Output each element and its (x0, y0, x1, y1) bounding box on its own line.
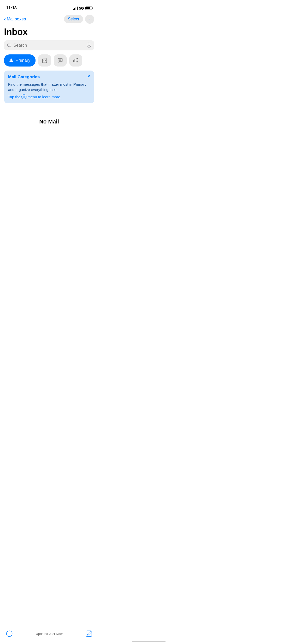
no-mail-label: No Mail (0, 108, 98, 135)
back-chevron-icon: ‹ (4, 16, 6, 22)
signal-bars-icon (73, 7, 78, 10)
nav-actions: Select ··· (64, 15, 94, 24)
banner-close-button[interactable]: ✕ (87, 74, 91, 79)
tab-primary[interactable]: Primary (4, 54, 36, 67)
search-icon (7, 43, 11, 48)
page-title: Inbox (4, 27, 94, 37)
status-icons: 5G (73, 6, 92, 10)
tab-shopping[interactable] (38, 54, 51, 67)
megaphone-icon (73, 58, 79, 63)
status-bar: 11:18 5G (0, 0, 98, 13)
page-title-section: Inbox (0, 26, 98, 40)
tab-primary-label: Primary (16, 58, 30, 63)
person-icon (9, 58, 14, 63)
banner-body: Find the messages that matter most in Pr… (8, 82, 90, 92)
signal-text: 5G (79, 6, 84, 10)
search-bar[interactable] (4, 40, 94, 50)
banner-tap-prefix: Tap the (8, 95, 20, 99)
banner-title: Mail Categories (8, 75, 90, 80)
battery-icon (85, 7, 92, 10)
svg-line-1 (10, 46, 11, 47)
back-button[interactable]: ‹ Mailboxes (4, 16, 26, 22)
banner-tap-line: Tap the ☺ menu to learn more. (8, 94, 90, 99)
svg-point-4 (11, 59, 12, 60)
select-button[interactable]: Select (64, 15, 83, 23)
nav-bar: ‹ Mailboxes Select ··· (0, 13, 98, 26)
svg-rect-2 (88, 43, 90, 46)
status-time: 11:18 (6, 6, 17, 11)
banner-tap-suffix: menu to learn more. (27, 95, 61, 99)
categories-banner: Mail Categories Find the messages that m… (4, 71, 94, 103)
search-bar-container (0, 40, 98, 54)
more-dots-icon: ··· (87, 17, 92, 22)
more-button[interactable]: ··· (85, 15, 94, 24)
category-tabs: Primary (0, 54, 98, 71)
chat-icon (57, 58, 63, 63)
search-input[interactable] (13, 43, 85, 48)
tab-promo[interactable] (69, 54, 82, 67)
tab-chat[interactable] (54, 54, 67, 67)
smiley-menu-icon: ☺ (21, 94, 26, 99)
cart-icon (42, 58, 47, 63)
mic-icon (87, 43, 91, 48)
back-label: Mailboxes (7, 17, 26, 22)
